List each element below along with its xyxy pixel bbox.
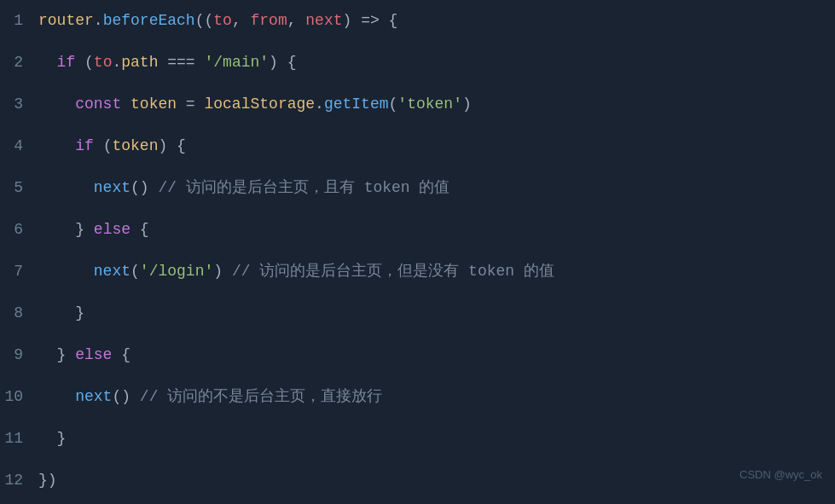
code-content: next('/login') // 访问的是后台主页，但是没有 token 的值 xyxy=(38,251,554,293)
code-line: 2 if (to.path === '/main') { xyxy=(0,42,835,84)
line-number: 9 xyxy=(0,334,38,376)
code-content: if (token) { xyxy=(38,125,186,167)
code-content: router.beforeEach((to, from, next) => { xyxy=(38,0,397,42)
line-number: 5 xyxy=(0,167,38,209)
line-number: 4 xyxy=(0,125,38,167)
code-content: if (to.path === '/main') { xyxy=(38,42,297,84)
line-number: 10 xyxy=(0,376,38,418)
code-content: next() // 访问的是后台主页，且有 token 的值 xyxy=(38,167,449,209)
code-line: 11 } xyxy=(0,418,835,460)
code-line: 10 next() // 访问的不是后台主页，直接放行 xyxy=(0,376,835,418)
code-line: 9 } else { xyxy=(0,334,835,376)
code-line: 5 next() // 访问的是后台主页，且有 token 的值 xyxy=(0,167,835,209)
line-number: 3 xyxy=(0,84,38,125)
code-line: 6 } else { xyxy=(0,209,835,251)
code-content: } xyxy=(38,418,66,460)
code-content: } xyxy=(38,293,84,334)
code-content: }) xyxy=(38,460,57,501)
code-editor: 1router.beforeEach((to, from, next) => {… xyxy=(0,0,835,504)
code-content: } else { xyxy=(38,209,149,251)
line-number: 1 xyxy=(0,0,38,42)
line-number: 8 xyxy=(0,293,38,334)
line-number: 7 xyxy=(0,251,38,293)
code-line: 3 const token = localStorage.getItem('to… xyxy=(0,84,835,125)
code-line: 4 if (token) { xyxy=(0,125,835,167)
line-number: 11 xyxy=(0,418,38,460)
line-number: 2 xyxy=(0,42,38,84)
watermark: CSDN @wyc_ok xyxy=(739,454,822,495)
code-line: 12}) xyxy=(0,460,835,501)
code-content: next() // 访问的不是后台主页，直接放行 xyxy=(38,376,382,418)
code-line: 7 next('/login') // 访问的是后台主页，但是没有 token … xyxy=(0,251,835,293)
code-line: 8 } xyxy=(0,293,835,334)
code-line: 1router.beforeEach((to, from, next) => { xyxy=(0,0,835,42)
line-number: 12 xyxy=(0,460,38,501)
code-content: const token = localStorage.getItem('toke… xyxy=(38,84,472,125)
line-number: 6 xyxy=(0,209,38,251)
code-content: } else { xyxy=(38,334,130,376)
